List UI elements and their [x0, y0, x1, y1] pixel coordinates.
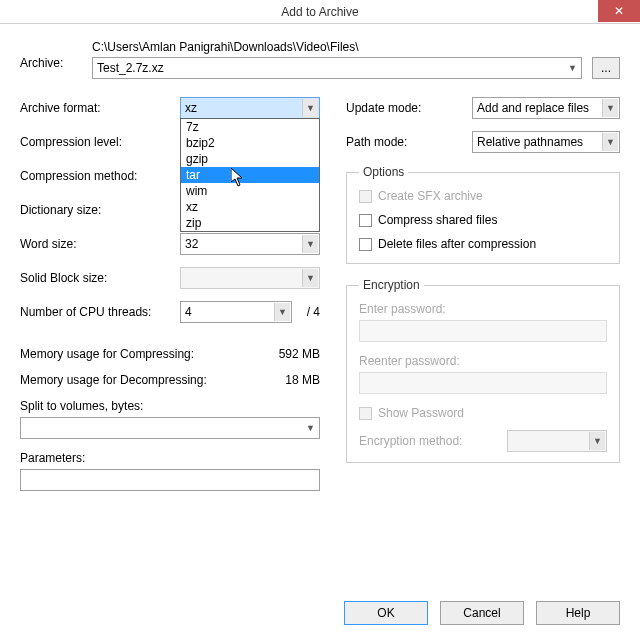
close-icon: ✕: [614, 4, 624, 18]
mem-decomp-value: 18 MB: [285, 373, 320, 387]
chevron-down-icon: ▼: [568, 63, 577, 73]
path-mode-select[interactable]: Relative pathnames ▼: [472, 131, 620, 153]
browse-button[interactable]: ...: [592, 57, 620, 79]
reenter-password-input: [359, 372, 607, 394]
chevron-down-icon: ▼: [274, 303, 290, 321]
update-mode-label: Update mode:: [346, 101, 472, 115]
chevron-down-icon: ▼: [302, 99, 318, 117]
update-mode-select[interactable]: Add and replace files ▼: [472, 97, 620, 119]
word-label: Word size:: [20, 237, 180, 251]
options-group: Options Create SFX archive Compress shar…: [346, 165, 620, 264]
cpu-threads-select[interactable]: 4 ▼: [180, 301, 292, 323]
enc-method-label: Encryption method:: [359, 434, 462, 448]
split-label: Split to volumes, bytes:: [20, 399, 320, 413]
show-password-checkbox: Show Password: [359, 406, 607, 420]
checkbox-icon: [359, 407, 372, 420]
cancel-button[interactable]: Cancel: [440, 601, 524, 625]
enter-password-label: Enter password:: [359, 302, 607, 316]
encryption-legend: Encryption: [359, 278, 424, 292]
format-label: Archive format:: [20, 101, 180, 115]
checkbox-icon: [359, 214, 372, 227]
format-dropdown-list: 7z bzip2 gzip tar wim xz zip: [180, 118, 320, 232]
delete-after-checkbox[interactable]: Delete files after compression: [359, 237, 607, 251]
close-button[interactable]: ✕: [598, 0, 640, 22]
ok-button[interactable]: OK: [344, 601, 428, 625]
title-bar: Add to Archive ✕: [0, 0, 640, 24]
archive-label: Archive:: [20, 40, 78, 70]
chevron-down-icon: ▼: [589, 432, 605, 450]
encryption-group: Encryption Enter password: Reenter passw…: [346, 278, 620, 463]
format-option-tar[interactable]: tar: [181, 167, 319, 183]
parameters-input[interactable]: [20, 469, 320, 491]
archive-path: C:\Users\Amlan Panigrahi\Downloads\Video…: [92, 40, 620, 54]
method-label: Compression method:: [20, 169, 180, 183]
help-button[interactable]: Help: [536, 601, 620, 625]
archive-filename-select[interactable]: Test_2.7z.xz ▼: [92, 57, 582, 79]
format-option-7z[interactable]: 7z: [181, 119, 319, 135]
shared-checkbox[interactable]: Compress shared files: [359, 213, 607, 227]
chevron-down-icon: ▼: [302, 269, 318, 287]
format-option-zip[interactable]: zip: [181, 215, 319, 231]
chevron-down-icon: ▼: [602, 133, 618, 151]
chevron-down-icon: ▼: [602, 99, 618, 117]
word-size-select[interactable]: 32 ▼: [180, 233, 320, 255]
threads-total: / 4: [302, 305, 320, 319]
format-option-xz[interactable]: xz: [181, 199, 319, 215]
solid-block-select: ▼: [180, 267, 320, 289]
format-option-gzip[interactable]: gzip: [181, 151, 319, 167]
checkbox-icon: [359, 238, 372, 251]
level-label: Compression level:: [20, 135, 180, 149]
block-label: Solid Block size:: [20, 271, 180, 285]
format-option-bzip2[interactable]: bzip2: [181, 135, 319, 151]
path-mode-label: Path mode:: [346, 135, 472, 149]
split-volumes-input[interactable]: ▼: [20, 417, 320, 439]
mem-decomp-label: Memory usage for Decompressing:: [20, 373, 207, 387]
sfx-checkbox: Create SFX archive: [359, 189, 607, 203]
mem-comp-label: Memory usage for Compressing:: [20, 347, 194, 361]
reenter-password-label: Reenter password:: [359, 354, 607, 368]
chevron-down-icon: ▼: [302, 235, 318, 253]
mem-comp-value: 592 MB: [279, 347, 320, 361]
threads-label: Number of CPU threads:: [20, 305, 180, 319]
chevron-down-icon: ▼: [306, 423, 315, 433]
format-option-wim[interactable]: wim: [181, 183, 319, 199]
enc-method-select: ▼: [507, 430, 607, 452]
options-legend: Options: [359, 165, 408, 179]
checkbox-icon: [359, 190, 372, 203]
archive-filename: Test_2.7z.xz: [97, 61, 164, 75]
params-label: Parameters:: [20, 451, 320, 465]
dict-label: Dictionary size:: [20, 203, 180, 217]
enter-password-input: [359, 320, 607, 342]
archive-format-select[interactable]: xz ▼: [180, 97, 320, 119]
window-title: Add to Archive: [281, 5, 358, 19]
